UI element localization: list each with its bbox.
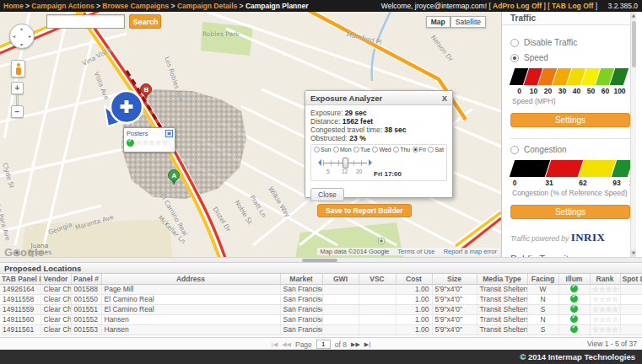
- column-header-media-type[interactable]: Media Type: [477, 274, 527, 284]
- column-header-cost[interactable]: Cost: [396, 274, 432, 284]
- pan-down-icon[interactable]: ▾: [20, 41, 23, 47]
- panel-scrollbar[interactable]: ▲ ▼: [630, 12, 636, 257]
- zoom-out-button[interactable]: −: [11, 105, 24, 118]
- slider-handle[interactable]: [343, 158, 348, 169]
- column-header-market[interactable]: Market: [280, 274, 322, 284]
- dialog-header[interactable]: Exposure Analyzer X: [305, 91, 452, 105]
- close-button[interactable]: Close: [310, 188, 344, 201]
- search-button[interactable]: Search: [129, 14, 161, 29]
- day-radio-thu[interactable]: Thu: [393, 147, 410, 153]
- table-row[interactable]: 14911560Clear Chan001552HansenSan Franci…: [0, 314, 642, 324]
- column-header-panel-[interactable]: Panel #: [71, 274, 101, 284]
- speed-radio[interactable]: Speed: [510, 53, 631, 62]
- speed-segment-label: 50: [584, 87, 598, 95]
- terms-of-use-link[interactable]: Terms of Use: [397, 248, 434, 255]
- cell-address: El Camino Real: [101, 304, 280, 314]
- save-to-report-builder-button[interactable]: Save to Report Builder: [317, 204, 412, 217]
- table-row[interactable]: 14926164Clear Chan001588Page MillSan Fra…: [0, 284, 642, 294]
- cell-illum: [558, 284, 590, 294]
- horizontal-scrollbar[interactable]: [0, 257, 642, 263]
- breadcrumb-item[interactable]: Home: [3, 2, 24, 10]
- search-input[interactable]: [46, 14, 125, 29]
- radio-icon[interactable]: [413, 147, 418, 153]
- report-map-error-link[interactable]: Report a map error: [444, 248, 497, 255]
- speed-settings-button[interactable]: Settings: [510, 113, 630, 127]
- page-input[interactable]: [316, 340, 331, 349]
- radio-icon[interactable]: [510, 146, 519, 154]
- radio-icon[interactable]: [333, 147, 339, 153]
- speed-label: Speed: [524, 53, 548, 62]
- map-pan-control[interactable]: ▴ ▾ ◂ ▸: [9, 24, 35, 49]
- posters-popup[interactable]: Posters ▣ ☆☆☆☆☆: [123, 127, 175, 153]
- cell-market: San Francisco: [280, 284, 322, 294]
- day-radio-sat[interactable]: Sat: [428, 147, 444, 153]
- last-page-icon[interactable]: ▶|: [364, 341, 371, 348]
- cell-media-type: Transit Shelters: [477, 324, 527, 335]
- zoom-slider-track[interactable]: [16, 94, 19, 105]
- day-radio-wed[interactable]: Wed: [372, 147, 391, 153]
- column-header-vendor[interactable]: Vendor: [40, 274, 71, 284]
- popup-window-icon[interactable]: ▣: [165, 130, 173, 137]
- slider-right-arrow-icon[interactable]: [369, 159, 375, 166]
- zoom-in-button[interactable]: +: [11, 82, 24, 94]
- breadcrumb-item[interactable]: Campaign Details: [177, 2, 237, 10]
- inrix-logo: INRIX: [571, 231, 606, 244]
- horizontal-scrollbar-thumb[interactable]: [302, 259, 337, 262]
- column-header-spot-length[interactable]: Spot Length: [620, 274, 642, 284]
- next-page-icon[interactable]: ▶▶: [351, 341, 360, 348]
- day-radio-sun[interactable]: Sun: [314, 147, 331, 153]
- radio-icon[interactable]: [314, 147, 320, 153]
- breadcrumb-item[interactable]: Browse Campaigns: [102, 2, 169, 10]
- column-header-rank[interactable]: Rank: [590, 274, 620, 284]
- column-header-gwi[interactable]: GWI: [322, 274, 359, 284]
- slider-left-arrow-icon[interactable]: [315, 159, 321, 166]
- congestion-scale: 0316293100 Congestion (% of Reference Sp…: [512, 160, 631, 197]
- congestion-radio[interactable]: Congestion: [510, 145, 631, 154]
- map-type-satellite-button[interactable]: Satellite: [450, 16, 486, 28]
- pan-right-icon[interactable]: ▸: [29, 33, 31, 39]
- breadcrumb-item: Campaign Planner: [245, 2, 309, 10]
- column-header-illum[interactable]: Illum: [558, 274, 590, 284]
- table-row[interactable]: 14911561Clear Chan001553HansenSan Franci…: [0, 324, 642, 335]
- tab-logoff-link[interactable]: TAB Log Off: [552, 2, 593, 10]
- scroll-down-icon[interactable]: ▼: [631, 249, 636, 257]
- congestion-boundary-label: 0: [513, 179, 517, 187]
- cell-gwi: [322, 294, 359, 304]
- column-header-size[interactable]: Size: [432, 274, 477, 284]
- breadcrumb-item[interactable]: Campaign Actions: [31, 2, 94, 10]
- radio-icon[interactable]: [393, 147, 399, 153]
- table-row[interactable]: 14911559Clear Chan001551El Camino RealSa…: [0, 304, 642, 314]
- cell-id: 14911561: [0, 324, 40, 335]
- column-header-tab-panel-id[interactable]: TAB Panel Id: [0, 274, 40, 284]
- adpro-logoff-link[interactable]: AdPro Log Off: [493, 2, 542, 10]
- day-radio-tue[interactable]: Tue: [353, 147, 370, 153]
- prev-page-icon[interactable]: ◀◀: [282, 341, 291, 348]
- cell-vendor: Clear Chan: [40, 304, 71, 314]
- scroll-up-icon[interactable]: ▲: [631, 12, 636, 19]
- cell-market: San Francisco: [280, 324, 322, 335]
- cell-address: El Camino Real: [101, 294, 280, 304]
- cell-illum: [558, 304, 590, 314]
- street-view-pegman[interactable]: [11, 60, 25, 78]
- column-header-facing[interactable]: Facing: [527, 274, 558, 284]
- illum-check-icon: [570, 315, 578, 323]
- radio-icon[interactable]: [428, 147, 434, 153]
- radio-icon[interactable]: [372, 147, 378, 153]
- slider-track[interactable]: [323, 160, 367, 166]
- day-radio-fri[interactable]: Fri: [413, 147, 426, 153]
- column-header-address[interactable]: Address: [101, 274, 280, 284]
- column-header-vsc[interactable]: VSC: [359, 274, 396, 284]
- congestion-settings-button[interactable]: Settings: [510, 205, 630, 219]
- pan-up-icon[interactable]: ▴: [20, 25, 23, 31]
- scrollbar-thumb[interactable]: [632, 21, 636, 67]
- disable-traffic-radio[interactable]: Disable Traffic: [510, 38, 631, 47]
- close-icon[interactable]: X: [442, 91, 447, 105]
- table-row[interactable]: 14911558Clear Chan001550El Camino RealSa…: [0, 294, 642, 304]
- radio-icon[interactable]: [353, 147, 359, 153]
- radio-icon[interactable]: [510, 54, 519, 62]
- map-type-map-button[interactable]: Map: [426, 16, 450, 28]
- radio-icon[interactable]: [510, 39, 519, 47]
- first-page-icon[interactable]: |◀: [271, 341, 278, 348]
- pan-left-icon[interactable]: ◂: [13, 33, 15, 39]
- day-radio-mon[interactable]: Mon: [333, 147, 352, 153]
